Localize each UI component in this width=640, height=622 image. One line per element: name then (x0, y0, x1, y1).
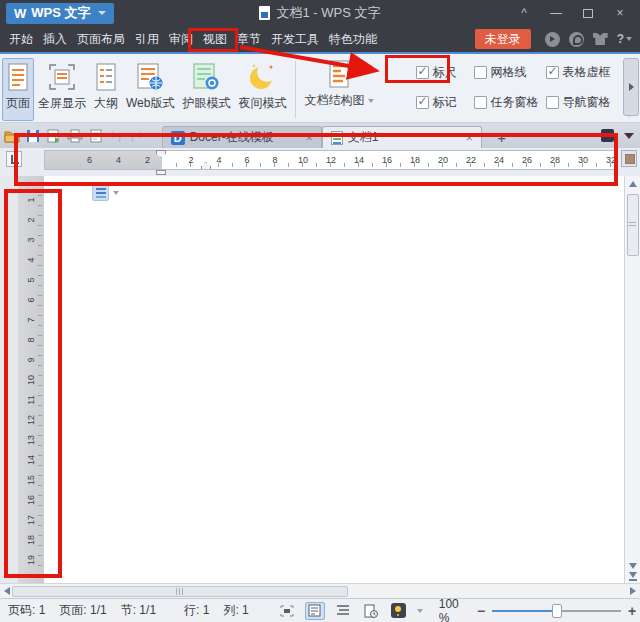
horizontal-ruler[interactable]: 642 2468101214161820222426283032 (44, 150, 618, 170)
undo-icon[interactable] (109, 130, 123, 142)
document-map-icon (328, 60, 350, 88)
checkbox-icon (416, 66, 429, 79)
scroll-down-icon[interactable] (629, 563, 637, 569)
button-label: 文档结构图 (305, 92, 365, 109)
vertical-scroll-thumb[interactable] (627, 194, 639, 256)
chevron-down-icon (626, 37, 632, 41)
outline-view-icon (336, 605, 350, 616)
title-bar: W WPS 文字 文档1 - WPS 文字 ^ — × (0, 0, 640, 26)
tab-menu-chevron-icon[interactable] (624, 133, 634, 139)
ruler-number: 19 (21, 547, 41, 573)
menu-tab[interactable]: 开发工具 (266, 25, 324, 53)
ruler-number: 16 (373, 151, 401, 170)
horizontal-scroll-thumb[interactable] (12, 586, 348, 597)
minimize-button[interactable]: — (542, 3, 570, 23)
fullscreen-view-button[interactable] (277, 602, 297, 620)
vertical-scrollbar[interactable] (624, 176, 640, 583)
double-down-arrow-icon (629, 572, 637, 578)
menu-tab[interactable]: 开始 (4, 25, 38, 53)
ruler-toggle-button[interactable] (621, 150, 637, 167)
page-icon (6, 62, 30, 92)
outline-icon (94, 62, 118, 92)
page-view-mode-button[interactable] (305, 602, 325, 620)
vertical-ruler[interactable]: 12345678910111213141516171819 (18, 176, 44, 583)
web-layout-icon (136, 62, 164, 92)
print-icon[interactable] (67, 129, 83, 143)
ribbon-expand-button[interactable] (623, 58, 639, 116)
view-option-checkbox[interactable]: 标记 (416, 93, 474, 111)
docer-online-icon[interactable] (569, 32, 584, 47)
fullscreen-icon (47, 62, 77, 92)
scroll-right-icon[interactable] (630, 587, 636, 595)
eye-protect-toggle-button[interactable] (361, 602, 381, 620)
menu-tab[interactable]: 插入 (38, 25, 72, 53)
ruler-number: 24 (485, 151, 513, 170)
view-option-checkbox[interactable]: 网格线 (474, 63, 546, 81)
outline-view-mode-button[interactable] (333, 602, 353, 620)
view-option-checkbox[interactable]: 表格虚框 (546, 63, 624, 81)
outline-view-button[interactable]: 大纲 (90, 58, 122, 121)
tab-document1[interactable]: 文档1 × (322, 126, 482, 148)
checkbox-label: 标尺 (433, 64, 457, 81)
ruler-number: 2 (177, 151, 205, 170)
web-layout-button[interactable]: Web版式 (122, 58, 178, 121)
menu-tab[interactable]: 章节 (232, 25, 266, 53)
new-tab-button[interactable]: + (492, 126, 512, 148)
wps-menu-button[interactable]: W WPS 文字 (6, 3, 114, 24)
night-mode-button[interactable]: 夜间模式 (234, 58, 290, 121)
menu-tab[interactable]: 审阅 (164, 25, 198, 53)
slider-track-filled (492, 610, 557, 612)
tab-stop-selector[interactable] (6, 151, 22, 167)
zoom-in-button[interactable]: + (628, 603, 636, 619)
menu-tab[interactable]: 特色功能 (324, 25, 382, 53)
menu-tab[interactable]: 引用 (130, 25, 164, 53)
horizontal-ruler-row: 642 2468101214161820222426283032 (0, 148, 640, 176)
left-indent-marker[interactable] (156, 170, 166, 175)
checkbox-icon (474, 96, 487, 109)
menu-tab[interactable]: 视图 (198, 25, 232, 53)
chevron-down-icon[interactable] (417, 609, 423, 613)
redo-icon[interactable] (129, 130, 143, 142)
zoom-slider[interactable] (492, 604, 621, 618)
document-page[interactable] (44, 176, 624, 583)
scroll-up-icon[interactable] (629, 181, 637, 187)
slider-track (557, 610, 621, 612)
zoom-out-button[interactable]: − (477, 603, 485, 619)
open-folder-icon[interactable] (4, 129, 20, 143)
page-view-button[interactable]: 页面 (2, 58, 34, 121)
paragraph-layout-tool[interactable] (92, 184, 119, 201)
save-icon[interactable] (26, 129, 40, 143)
scroll-left-icon[interactable] (4, 587, 10, 595)
wps-hotspot-icon[interactable] (545, 32, 560, 47)
ruler-number: 20 (429, 151, 457, 170)
eye-protect-mode-button[interactable]: 护眼模式 (178, 58, 234, 121)
tab-close-icon[interactable]: × (466, 131, 473, 145)
tab-docer-online-templates[interactable]: D Docer-在线模板 × (162, 126, 322, 148)
skin-icon[interactable] (593, 33, 608, 45)
collapse-ribbon-button[interactable]: ^ (510, 3, 538, 23)
close-button[interactable]: × (606, 3, 634, 23)
fullscreen-view-button[interactable]: 全屏显示 (34, 58, 90, 121)
tab-list-icon[interactable] (601, 129, 614, 142)
login-label: 未登录 (485, 31, 521, 48)
night-light-toggle-button[interactable] (389, 602, 409, 620)
slider-thumb[interactable] (552, 604, 562, 618)
checkbox-label: 任务窗格 (491, 94, 539, 111)
view-option-checkbox[interactable]: 任务窗格 (474, 93, 546, 111)
print-preview-icon[interactable] (89, 129, 103, 143)
help-button[interactable]: ? (617, 32, 632, 46)
login-button[interactable]: 未登录 (475, 29, 531, 49)
view-option-checkbox[interactable]: 导航窗格 (546, 93, 624, 111)
maximize-button[interactable] (574, 3, 602, 23)
ruler-ticks (163, 163, 617, 167)
ruler-number: 6 (75, 151, 104, 170)
next-page-button[interactable] (629, 572, 637, 581)
checkbox-label: 网格线 (491, 64, 527, 81)
menu-tab[interactable]: 页面布局 (72, 25, 130, 53)
export-pdf-icon[interactable] (46, 129, 61, 143)
checkbox-label: 标记 (433, 94, 457, 111)
view-option-checkbox[interactable]: 标尺 (416, 63, 474, 81)
document-map-button[interactable]: 文档结构图 (301, 57, 378, 122)
tab-close-icon[interactable]: × (306, 131, 313, 145)
toolbar-separator: – (149, 129, 156, 143)
